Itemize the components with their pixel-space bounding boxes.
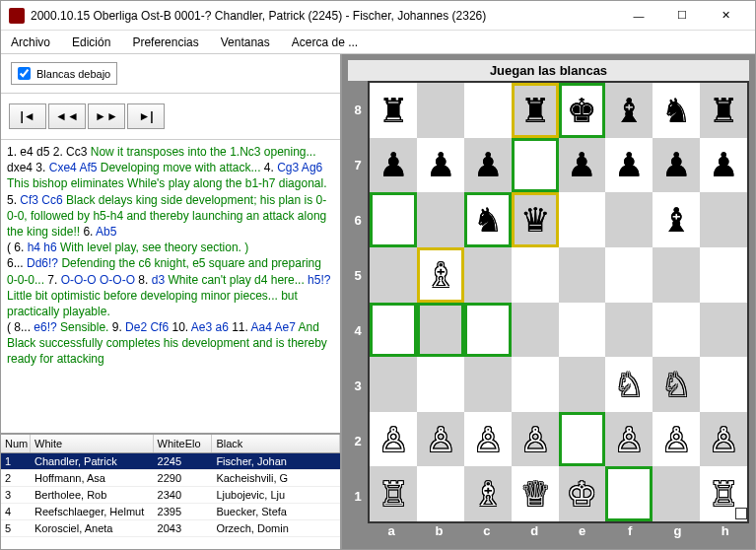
square-c8[interactable] <box>464 83 512 138</box>
move-segment[interactable]: Aa4 Ae7 <box>251 320 296 334</box>
move-segment[interactable]: Now it transposes into the 1.Nc3 opening… <box>87 145 315 159</box>
square-c7[interactable]: ♟ <box>464 138 512 193</box>
square-e2[interactable] <box>559 412 606 467</box>
square-a2[interactable]: ♙ <box>370 412 417 467</box>
piece-wp[interactable]: ♙ <box>709 423 738 456</box>
col-num-header[interactable]: Num <box>1 435 31 452</box>
move-segment[interactable]: 6... <box>7 256 27 270</box>
square-d4[interactable] <box>512 303 559 358</box>
minimize-button[interactable]: — <box>617 2 660 30</box>
move-segment[interactable]: e6!? <box>34 320 56 334</box>
square-g5[interactable] <box>653 247 700 303</box>
piece-bp[interactable]: ♟ <box>614 148 644 181</box>
piece-wn[interactable]: ♘ <box>614 368 644 401</box>
piece-wr[interactable]: ♖ <box>709 477 738 511</box>
col-white-header[interactable]: White <box>31 435 154 452</box>
move-segment[interactable]: Little bit optimistic before developing … <box>7 289 298 318</box>
square-b1[interactable] <box>417 466 464 521</box>
move-segment[interactable]: Ae3 a6 <box>191 320 229 334</box>
square-b7[interactable]: ♟ <box>417 138 464 193</box>
whites-below-checkbox[interactable]: Blancas debajo <box>11 62 117 85</box>
move-segment[interactable]: ( 6. <box>7 241 28 254</box>
piece-wp[interactable]: ♙ <box>473 423 503 456</box>
square-a7[interactable]: ♟ <box>370 138 417 193</box>
square-b8[interactable] <box>417 83 464 138</box>
piece-br[interactable]: ♜ <box>520 94 550 127</box>
square-h7[interactable]: ♟ <box>700 138 747 193</box>
square-c2[interactable]: ♙ <box>464 412 512 467</box>
move-segment[interactable]: h5!? <box>305 273 331 287</box>
square-f8[interactable]: ♝ <box>605 83 653 138</box>
piece-bk[interactable]: ♚ <box>567 94 596 127</box>
whites-below-input[interactable] <box>18 67 31 80</box>
square-b4[interactable] <box>417 303 464 358</box>
move-segment[interactable]: Dd6!? <box>27 256 58 270</box>
square-d1[interactable]: ♕ <box>512 466 559 521</box>
piece-bp[interactable]: ♟ <box>709 148 738 181</box>
col-black-header[interactable]: Black <box>212 435 340 452</box>
move-segment[interactable]: 3. <box>33 161 49 174</box>
move-segment[interactable]: 9. <box>108 320 125 334</box>
move-segment[interactable]: 1. e4 d5 <box>7 145 49 159</box>
piece-wb[interactable]: ♗ <box>426 258 455 292</box>
square-b3[interactable] <box>417 357 464 412</box>
nav-back-button[interactable]: ◄◄ <box>48 103 86 129</box>
maximize-button[interactable]: ☐ <box>660 2 704 30</box>
piece-bp[interactable]: ♟ <box>426 148 455 181</box>
move-segment[interactable]: Sensible. <box>57 320 109 334</box>
move-segment[interactable]: O-O-O O-O-O <box>61 273 135 287</box>
square-h4[interactable] <box>700 303 747 358</box>
square-h5[interactable] <box>700 247 747 303</box>
table-row[interactable]: 4Reefschlaeger, Helmut2395Buecker, Stefa <box>1 504 340 520</box>
square-f5[interactable] <box>605 247 653 303</box>
square-a8[interactable]: ♜ <box>370 83 417 138</box>
piece-wq[interactable]: ♕ <box>520 477 550 511</box>
square-e4[interactable] <box>559 303 606 358</box>
move-segment[interactable]: Cf3 Cc6 <box>20 193 62 207</box>
square-e8[interactable]: ♚ <box>559 83 606 138</box>
menu-ventanas[interactable]: Ventanas <box>217 34 274 51</box>
square-d3[interactable] <box>512 357 559 412</box>
piece-br[interactable]: ♜ <box>709 94 738 127</box>
nav-forward-button[interactable]: ►► <box>88 103 125 129</box>
move-segment[interactable]: 11. <box>229 320 251 334</box>
square-f3[interactable]: ♘ <box>605 357 653 412</box>
square-h8[interactable]: ♜ <box>700 83 747 138</box>
square-g2[interactable]: ♙ <box>653 412 700 467</box>
square-c1[interactable]: ♗ <box>464 466 512 521</box>
square-a5[interactable] <box>370 247 417 303</box>
square-c3[interactable] <box>464 357 512 412</box>
move-segment[interactable]: dxe4 <box>7 161 33 174</box>
piece-wb[interactable]: ♗ <box>473 477 503 511</box>
square-d6[interactable]: ♛ <box>512 192 559 247</box>
menu-acerca[interactable]: Acerca de ... <box>288 34 362 51</box>
square-g1[interactable] <box>653 466 700 521</box>
piece-wp[interactable]: ♙ <box>378 423 408 456</box>
move-segment[interactable]: d3 <box>152 273 165 287</box>
square-g3[interactable]: ♘ <box>653 357 700 412</box>
moves-pane[interactable]: 1. e4 d5 2. Cc3 Now it transposes into t… <box>1 140 340 435</box>
square-e3[interactable] <box>559 357 606 412</box>
table-row[interactable]: 2Hoffmann, Asa2290Kacheishvili, G <box>1 470 340 487</box>
square-f6[interactable] <box>605 192 653 247</box>
piece-bn[interactable]: ♞ <box>473 203 503 237</box>
square-c6[interactable]: ♞ <box>464 192 512 247</box>
move-segment[interactable]: Developing move with attack... <box>97 161 260 174</box>
piece-wn[interactable]: ♘ <box>661 368 691 401</box>
table-row[interactable]: 3Bertholee, Rob2340Ljubojevic, Lju <box>1 487 340 504</box>
square-a1[interactable]: ♖ <box>370 466 417 521</box>
square-h3[interactable] <box>700 357 747 412</box>
piece-bq[interactable]: ♛ <box>520 203 550 237</box>
square-f7[interactable]: ♟ <box>605 138 653 193</box>
square-g4[interactable] <box>653 303 700 358</box>
square-h6[interactable] <box>700 192 747 247</box>
piece-bp[interactable]: ♟ <box>661 148 691 181</box>
move-segment[interactable]: 7. <box>44 273 61 287</box>
move-segment[interactable]: De2 Cf6 <box>125 320 169 334</box>
piece-wr[interactable]: ♖ <box>378 477 408 511</box>
square-d8[interactable]: ♜ <box>512 83 559 138</box>
menu-preferencias[interactable]: Preferencias <box>128 34 202 51</box>
move-segment[interactable]: 4. <box>261 161 278 174</box>
square-e1[interactable]: ♔ <box>559 466 606 521</box>
menu-archivo[interactable]: Archivo <box>7 34 54 51</box>
